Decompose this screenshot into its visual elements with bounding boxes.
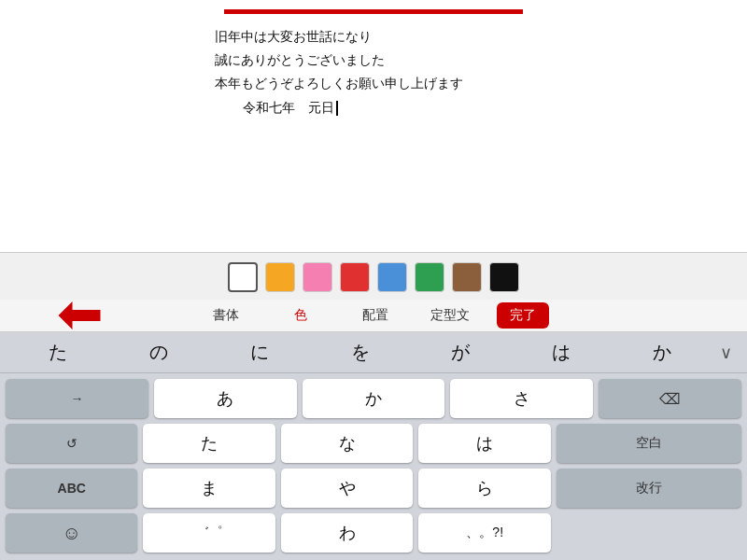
candidate-の[interactable]: の xyxy=(108,336,209,369)
color-pink[interactable] xyxy=(303,262,332,292)
key-punctuation[interactable]: 、。?! xyxy=(418,513,550,553)
key-ma[interactable]: ま xyxy=(143,469,275,508)
red-arrow-icon xyxy=(51,287,107,343)
doc-date: 令和七年 元日 xyxy=(0,100,747,117)
color-black[interactable] xyxy=(489,262,519,292)
doc-line1: 旧年中は大変お世話になり xyxy=(215,25,747,49)
key-ta[interactable]: た xyxy=(143,424,275,463)
tab-color[interactable]: 色 xyxy=(263,300,338,331)
candidate-か[interactable]: か xyxy=(612,336,712,369)
key-rows: → あ か さ ⌫ ↺ た な は 空白 ABC ま や ら 改行 xyxy=(0,373,747,556)
cursor xyxy=(336,101,338,116)
color-red[interactable] xyxy=(340,262,370,292)
key-arrow-right[interactable]: → xyxy=(6,379,148,418)
key-undo[interactable]: ↺ xyxy=(6,424,137,463)
doc-line2: 誠にありがとうございました xyxy=(215,49,747,72)
candidate-row: た の に を が は か ∨ xyxy=(0,332,747,373)
key-ka[interactable]: か xyxy=(303,379,445,418)
key-emoji[interactable]: ☺ xyxy=(6,513,137,553)
color-row xyxy=(0,253,747,300)
tab-layout[interactable]: 配置 xyxy=(338,300,413,331)
key-wa[interactable]: わ xyxy=(281,513,413,553)
key-space[interactable]: 空白 xyxy=(557,424,741,463)
key-row-1: → あ か さ ⌫ xyxy=(6,379,741,418)
candidate-は[interactable]: は xyxy=(511,336,612,369)
svg-marker-0 xyxy=(59,301,101,329)
red-bar xyxy=(224,9,523,14)
tab-done-button[interactable]: 完了 xyxy=(497,302,549,329)
key-row-3: ABC ま や ら 改行 xyxy=(6,469,741,508)
key-ha[interactable]: は xyxy=(418,424,550,463)
toolbar-area: 書体 色 配置 定型文 完了 た の に xyxy=(0,252,747,560)
bottom-bar: 🌐 🎤 xyxy=(0,556,747,560)
expand-candidates-icon[interactable]: ∨ xyxy=(712,339,740,367)
tab-font[interactable]: 書体 xyxy=(189,300,263,331)
key-abc[interactable]: ABC xyxy=(6,469,137,508)
arrow-indicator xyxy=(51,287,107,347)
color-white[interactable] xyxy=(228,262,258,292)
candidate-が[interactable]: が xyxy=(410,336,511,369)
color-brown[interactable] xyxy=(452,262,482,292)
color-blue[interactable] xyxy=(377,262,407,292)
doc-line3: 本年もどうぞよろしくお願い申し上げます xyxy=(215,72,747,95)
candidate-を[interactable]: を xyxy=(310,336,411,369)
key-ra[interactable]: ら xyxy=(418,469,550,508)
key-row-4: ☺ ゛゜ わ 、。?! 改行 xyxy=(6,513,741,553)
key-ya[interactable]: や xyxy=(281,469,413,508)
color-green[interactable] xyxy=(415,262,444,292)
key-row-2: ↺ た な は 空白 xyxy=(6,424,741,463)
document-area: 旧年中は大変お世話になり 誠にありがとうございました 本年もどうぞよろしくお願い… xyxy=(0,0,747,252)
key-return[interactable]: 改行 xyxy=(557,469,741,508)
candidate-に[interactable]: に xyxy=(209,336,310,369)
tab-row: 書体 色 配置 定型文 完了 xyxy=(0,300,747,332)
key-backspace[interactable]: ⌫ xyxy=(599,379,741,418)
key-sa[interactable]: さ xyxy=(450,379,593,418)
keyboard-area: た の に を が は か ∨ → あ か さ ⌫ ↺ た な は xyxy=(0,332,747,560)
document-text: 旧年中は大変お世話になり 誠にありがとうございました 本年もどうぞよろしくお願い… xyxy=(0,25,747,96)
key-na[interactable]: な xyxy=(281,424,413,463)
key-dakuten[interactable]: ゛゜ xyxy=(143,513,275,553)
key-a[interactable]: あ xyxy=(154,379,297,418)
tab-template[interactable]: 定型文 xyxy=(413,300,487,331)
color-orange[interactable] xyxy=(265,262,295,292)
